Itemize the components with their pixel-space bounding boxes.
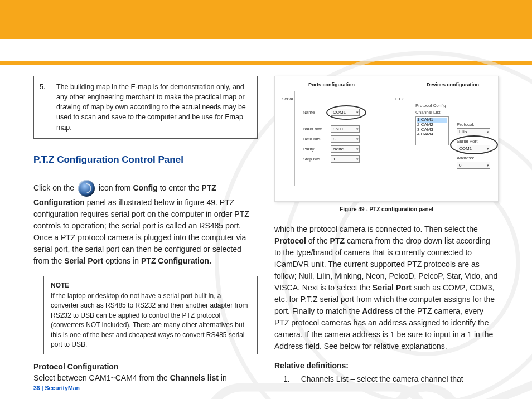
stopbits-label: Stop bits bbox=[303, 157, 320, 162]
parity-label: Parity bbox=[303, 147, 314, 152]
serialport-highlight-ellipse bbox=[450, 135, 498, 154]
section-title: P.T.Z Configuration Control Panel bbox=[33, 154, 258, 166]
note-heading: NOTE bbox=[51, 281, 250, 290]
name-highlight-ellipse bbox=[326, 105, 366, 120]
note-box: NOTE If the laptop or desktop do not hav… bbox=[43, 276, 258, 355]
databits-dropdown[interactable]: 8 bbox=[331, 135, 360, 143]
divider-lines bbox=[0, 56, 532, 65]
parity-dropdown[interactable]: None bbox=[331, 145, 360, 153]
ports-config-header: Ports configuration bbox=[308, 82, 355, 87]
devices-config-header: Devices configuration bbox=[427, 82, 479, 87]
callout-box: 5. The building map in the E-map is for … bbox=[33, 76, 258, 139]
protocol-config-label: Protocol Config bbox=[415, 103, 446, 108]
ptz-label: PTZ bbox=[395, 96, 404, 101]
header-band bbox=[0, 0, 532, 39]
svg-point-4 bbox=[389, 387, 464, 399]
paragraph-1: Click on the icon from Config to enter t… bbox=[33, 180, 258, 267]
protocol-dropdown[interactable]: Lilin bbox=[457, 128, 490, 135]
figure-panel: Ports configuration Devices configuratio… bbox=[274, 76, 499, 202]
channel-listbox[interactable]: 1.CAM1 2.CAM2 3.CAM3 4.CAM4 bbox=[415, 116, 449, 145]
config-sphere-icon bbox=[78, 180, 95, 197]
svg-rect-3 bbox=[209, 387, 426, 399]
relative-definitions-item-1: 1. Channels List – select the camera cha… bbox=[274, 373, 499, 385]
page-footer: 36 | SecurityMan bbox=[33, 385, 80, 391]
baud-dropdown[interactable]: 9600 bbox=[331, 125, 360, 133]
name-label: Name bbox=[303, 110, 315, 115]
protocol-label: Protocol: bbox=[457, 122, 475, 127]
channel-item-4[interactable]: 4.CAM4 bbox=[417, 132, 447, 137]
serial-label: Serial bbox=[282, 96, 293, 101]
address-dropdown[interactable]: 0 bbox=[457, 162, 490, 169]
relative-definitions-heading: Relative definitions: bbox=[274, 361, 499, 370]
baud-label: Baud rate bbox=[303, 126, 322, 132]
protocol-config-text: Select between CAM1~CAM4 from the Channe… bbox=[33, 372, 258, 384]
callout-text: The building map in the E-map is for dem… bbox=[56, 82, 249, 133]
databits-label: Data bits bbox=[303, 137, 321, 142]
address-label: Address: bbox=[457, 155, 475, 160]
callout-number: 5. bbox=[40, 82, 50, 133]
stopbits-dropdown[interactable]: 1 bbox=[331, 155, 360, 163]
note-body: If the laptop or desktop do not have a s… bbox=[51, 291, 250, 349]
right-paragraph: which the protocol camera is connected t… bbox=[274, 223, 499, 352]
channel-list-label: Channel List: bbox=[415, 110, 442, 115]
figure-caption: Figure 49 - PTZ configuration panel bbox=[274, 206, 499, 212]
protocol-config-heading: Protocol Configuration bbox=[33, 362, 258, 371]
